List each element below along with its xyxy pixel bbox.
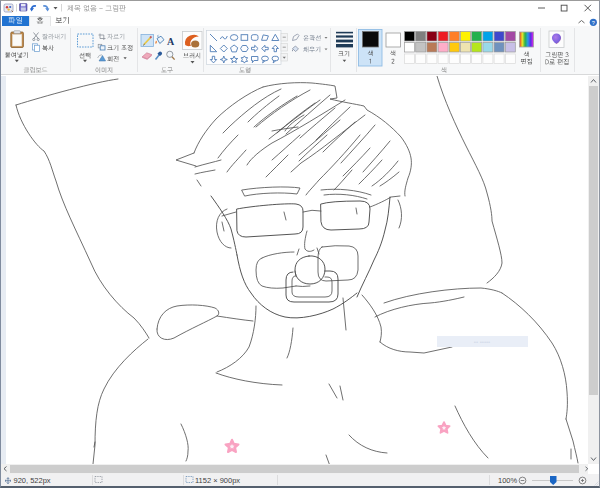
svg-text:•• •••••: •• ••••• bbox=[474, 339, 490, 345]
